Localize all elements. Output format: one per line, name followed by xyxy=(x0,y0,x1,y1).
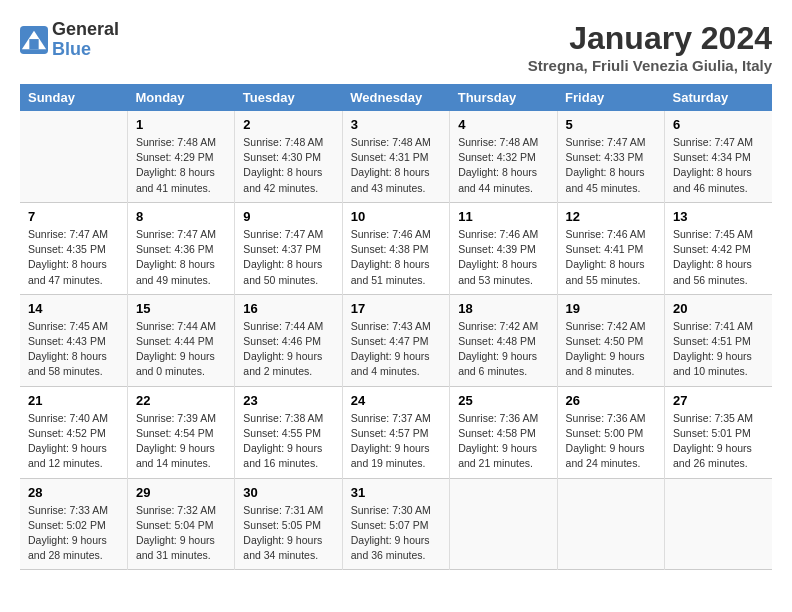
week-row-4: 21Sunrise: 7:40 AM Sunset: 4:52 PM Dayli… xyxy=(20,386,772,478)
day-number: 20 xyxy=(673,301,764,316)
day-info: Sunrise: 7:42 AM Sunset: 4:50 PM Dayligh… xyxy=(566,319,656,380)
calendar-cell: 7Sunrise: 7:47 AM Sunset: 4:35 PM Daylig… xyxy=(20,202,127,294)
day-info: Sunrise: 7:36 AM Sunset: 5:00 PM Dayligh… xyxy=(566,411,656,472)
day-info: Sunrise: 7:39 AM Sunset: 4:54 PM Dayligh… xyxy=(136,411,226,472)
calendar-cell: 10Sunrise: 7:46 AM Sunset: 4:38 PM Dayli… xyxy=(342,202,449,294)
calendar-table: SundayMondayTuesdayWednesdayThursdayFrid… xyxy=(20,84,772,570)
calendar-cell: 16Sunrise: 7:44 AM Sunset: 4:46 PM Dayli… xyxy=(235,294,342,386)
day-info: Sunrise: 7:44 AM Sunset: 4:46 PM Dayligh… xyxy=(243,319,333,380)
calendar-cell xyxy=(20,111,127,202)
logo-text: General Blue xyxy=(52,20,119,60)
day-info: Sunrise: 7:48 AM Sunset: 4:30 PM Dayligh… xyxy=(243,135,333,196)
day-info: Sunrise: 7:42 AM Sunset: 4:48 PM Dayligh… xyxy=(458,319,548,380)
day-info: Sunrise: 7:43 AM Sunset: 4:47 PM Dayligh… xyxy=(351,319,441,380)
calendar-cell: 12Sunrise: 7:46 AM Sunset: 4:41 PM Dayli… xyxy=(557,202,664,294)
weekday-header-monday: Monday xyxy=(127,84,234,111)
calendar-cell: 31Sunrise: 7:30 AM Sunset: 5:07 PM Dayli… xyxy=(342,478,449,570)
calendar-cell: 28Sunrise: 7:33 AM Sunset: 5:02 PM Dayli… xyxy=(20,478,127,570)
calendar-cell xyxy=(557,478,664,570)
calendar-cell: 14Sunrise: 7:45 AM Sunset: 4:43 PM Dayli… xyxy=(20,294,127,386)
svg-rect-2 xyxy=(29,39,38,49)
day-number: 31 xyxy=(351,485,441,500)
weekday-header-row: SundayMondayTuesdayWednesdayThursdayFrid… xyxy=(20,84,772,111)
day-info: Sunrise: 7:48 AM Sunset: 4:29 PM Dayligh… xyxy=(136,135,226,196)
day-info: Sunrise: 7:45 AM Sunset: 4:42 PM Dayligh… xyxy=(673,227,764,288)
calendar-cell: 4Sunrise: 7:48 AM Sunset: 4:32 PM Daylig… xyxy=(450,111,557,202)
day-number: 28 xyxy=(28,485,119,500)
location-title: Stregna, Friuli Venezia Giulia, Italy xyxy=(528,57,772,74)
day-number: 3 xyxy=(351,117,441,132)
day-number: 14 xyxy=(28,301,119,316)
day-number: 5 xyxy=(566,117,656,132)
calendar-cell: 13Sunrise: 7:45 AM Sunset: 4:42 PM Dayli… xyxy=(665,202,772,294)
calendar-cell: 29Sunrise: 7:32 AM Sunset: 5:04 PM Dayli… xyxy=(127,478,234,570)
day-info: Sunrise: 7:31 AM Sunset: 5:05 PM Dayligh… xyxy=(243,503,333,564)
day-number: 9 xyxy=(243,209,333,224)
day-info: Sunrise: 7:48 AM Sunset: 4:32 PM Dayligh… xyxy=(458,135,548,196)
calendar-cell: 26Sunrise: 7:36 AM Sunset: 5:00 PM Dayli… xyxy=(557,386,664,478)
logo: General Blue xyxy=(20,20,119,60)
weekday-header-friday: Friday xyxy=(557,84,664,111)
calendar-cell: 25Sunrise: 7:36 AM Sunset: 4:58 PM Dayli… xyxy=(450,386,557,478)
week-row-1: 1Sunrise: 7:48 AM Sunset: 4:29 PM Daylig… xyxy=(20,111,772,202)
calendar-cell: 17Sunrise: 7:43 AM Sunset: 4:47 PM Dayli… xyxy=(342,294,449,386)
day-number: 15 xyxy=(136,301,226,316)
day-info: Sunrise: 7:47 AM Sunset: 4:33 PM Dayligh… xyxy=(566,135,656,196)
day-number: 2 xyxy=(243,117,333,132)
day-info: Sunrise: 7:40 AM Sunset: 4:52 PM Dayligh… xyxy=(28,411,119,472)
calendar-cell xyxy=(450,478,557,570)
day-number: 11 xyxy=(458,209,548,224)
calendar-cell: 24Sunrise: 7:37 AM Sunset: 4:57 PM Dayli… xyxy=(342,386,449,478)
day-number: 17 xyxy=(351,301,441,316)
calendar-cell: 11Sunrise: 7:46 AM Sunset: 4:39 PM Dayli… xyxy=(450,202,557,294)
day-number: 21 xyxy=(28,393,119,408)
calendar-cell: 21Sunrise: 7:40 AM Sunset: 4:52 PM Dayli… xyxy=(20,386,127,478)
calendar-cell: 30Sunrise: 7:31 AM Sunset: 5:05 PM Dayli… xyxy=(235,478,342,570)
day-info: Sunrise: 7:46 AM Sunset: 4:41 PM Dayligh… xyxy=(566,227,656,288)
calendar-cell: 2Sunrise: 7:48 AM Sunset: 4:30 PM Daylig… xyxy=(235,111,342,202)
day-number: 4 xyxy=(458,117,548,132)
calendar-cell: 6Sunrise: 7:47 AM Sunset: 4:34 PM Daylig… xyxy=(665,111,772,202)
day-number: 27 xyxy=(673,393,764,408)
day-info: Sunrise: 7:47 AM Sunset: 4:37 PM Dayligh… xyxy=(243,227,333,288)
day-number: 23 xyxy=(243,393,333,408)
weekday-header-saturday: Saturday xyxy=(665,84,772,111)
day-info: Sunrise: 7:46 AM Sunset: 4:38 PM Dayligh… xyxy=(351,227,441,288)
day-info: Sunrise: 7:30 AM Sunset: 5:07 PM Dayligh… xyxy=(351,503,441,564)
day-info: Sunrise: 7:45 AM Sunset: 4:43 PM Dayligh… xyxy=(28,319,119,380)
calendar-cell: 27Sunrise: 7:35 AM Sunset: 5:01 PM Dayli… xyxy=(665,386,772,478)
calendar-cell: 9Sunrise: 7:47 AM Sunset: 4:37 PM Daylig… xyxy=(235,202,342,294)
calendar-cell: 8Sunrise: 7:47 AM Sunset: 4:36 PM Daylig… xyxy=(127,202,234,294)
weekday-header-sunday: Sunday xyxy=(20,84,127,111)
day-info: Sunrise: 7:36 AM Sunset: 4:58 PM Dayligh… xyxy=(458,411,548,472)
day-number: 19 xyxy=(566,301,656,316)
title-block: January 2024 Stregna, Friuli Venezia Giu… xyxy=(528,20,772,74)
day-info: Sunrise: 7:38 AM Sunset: 4:55 PM Dayligh… xyxy=(243,411,333,472)
day-number: 16 xyxy=(243,301,333,316)
day-number: 13 xyxy=(673,209,764,224)
weekday-header-wednesday: Wednesday xyxy=(342,84,449,111)
day-number: 8 xyxy=(136,209,226,224)
day-number: 6 xyxy=(673,117,764,132)
day-info: Sunrise: 7:35 AM Sunset: 5:01 PM Dayligh… xyxy=(673,411,764,472)
day-number: 22 xyxy=(136,393,226,408)
day-number: 24 xyxy=(351,393,441,408)
weekday-header-thursday: Thursday xyxy=(450,84,557,111)
day-info: Sunrise: 7:48 AM Sunset: 4:31 PM Dayligh… xyxy=(351,135,441,196)
day-number: 7 xyxy=(28,209,119,224)
calendar-cell xyxy=(665,478,772,570)
calendar-cell: 5Sunrise: 7:47 AM Sunset: 4:33 PM Daylig… xyxy=(557,111,664,202)
day-number: 12 xyxy=(566,209,656,224)
day-number: 29 xyxy=(136,485,226,500)
week-row-5: 28Sunrise: 7:33 AM Sunset: 5:02 PM Dayli… xyxy=(20,478,772,570)
week-row-3: 14Sunrise: 7:45 AM Sunset: 4:43 PM Dayli… xyxy=(20,294,772,386)
day-info: Sunrise: 7:47 AM Sunset: 4:36 PM Dayligh… xyxy=(136,227,226,288)
day-info: Sunrise: 7:46 AM Sunset: 4:39 PM Dayligh… xyxy=(458,227,548,288)
weekday-header-tuesday: Tuesday xyxy=(235,84,342,111)
calendar-cell: 22Sunrise: 7:39 AM Sunset: 4:54 PM Dayli… xyxy=(127,386,234,478)
calendar-cell: 23Sunrise: 7:38 AM Sunset: 4:55 PM Dayli… xyxy=(235,386,342,478)
day-info: Sunrise: 7:47 AM Sunset: 4:34 PM Dayligh… xyxy=(673,135,764,196)
day-info: Sunrise: 7:47 AM Sunset: 4:35 PM Dayligh… xyxy=(28,227,119,288)
calendar-cell: 18Sunrise: 7:42 AM Sunset: 4:48 PM Dayli… xyxy=(450,294,557,386)
day-number: 1 xyxy=(136,117,226,132)
